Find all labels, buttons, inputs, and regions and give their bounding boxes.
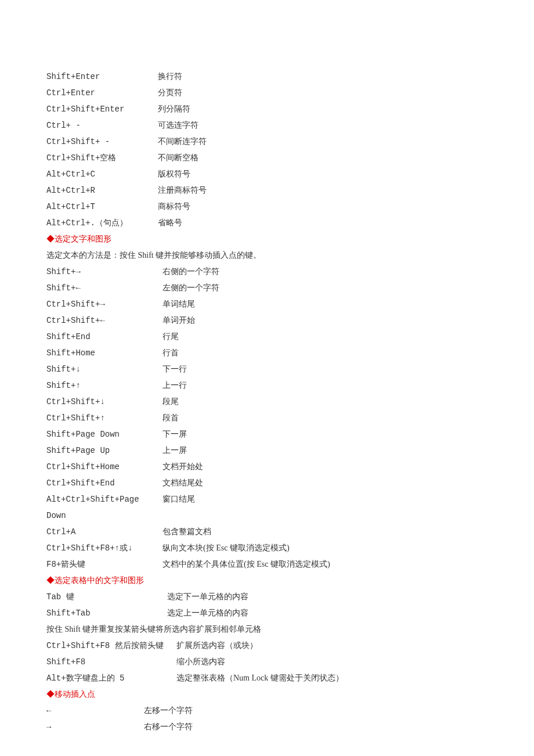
shortcut-key: Shift+Enter: [46, 69, 158, 85]
shortcut-key: Alt+数字键盘上的 5: [46, 670, 176, 686]
shortcut-desc: 左侧的一个字符: [163, 280, 488, 296]
shortcut-key: Ctrl+Shift+↓: [46, 394, 163, 410]
shortcut-desc: 选定上一单元格的内容: [167, 605, 488, 621]
section-heading-move-cursor: ◆移动插入点: [46, 686, 488, 703]
shortcut-desc: 下一行: [163, 361, 488, 377]
document-page: Shift+Enter 换行符 Ctrl+Enter 分页符 Ctrl+Shif…: [0, 0, 534, 756]
shortcut-key: Alt+Ctrl+C: [46, 166, 158, 182]
shortcut-row: Alt+Ctrl+Shift+Page Down窗口结尾: [46, 491, 488, 524]
shortcut-row: Ctrl+Shift+F8+↑或↓纵向文本块(按 Esc 键取消选定模式): [46, 540, 488, 556]
shortcut-desc: 文档中的某个具体位置(按 Esc 键取消选定模式): [163, 556, 488, 573]
shortcut-key: Shift+↓: [46, 361, 163, 377]
shortcut-key: Shift+↑: [46, 377, 163, 394]
shortcut-desc: 包含整篇文档: [163, 524, 488, 540]
shortcut-desc: 分页符: [158, 85, 488, 101]
shortcut-desc: 单词结尾: [163, 296, 488, 312]
shortcut-row: Ctrl+Shift+Enter 列分隔符: [46, 101, 488, 117]
shortcut-key: Ctrl+Shift+→: [46, 296, 163, 312]
shortcut-row: Ctrl+A包含整篇文档: [46, 524, 488, 540]
shortcut-desc: 行首: [163, 345, 488, 361]
shortcut-desc: 单词开始: [163, 312, 488, 329]
shortcut-key: Ctrl+Shift+Home: [46, 459, 163, 475]
table-note: 按住 Shift 键并重复按某箭头键将所选内容扩展到相邻单元格: [46, 621, 488, 638]
shortcut-desc: 窗口结尾: [163, 491, 488, 507]
shortcut-row: Ctrl+Shift+←单词开始: [46, 312, 488, 329]
shortcut-key: F8+箭头键: [46, 556, 163, 573]
shortcut-desc: 上一行: [163, 377, 488, 394]
shortcut-list-3a: Tab 键选定下一单元格的内容 Shift+Tab选定上一单元格的内容: [46, 589, 488, 621]
shortcut-desc: 文档结尾处: [163, 475, 488, 491]
shortcut-key: Alt+Ctrl+R: [46, 182, 158, 199]
shortcut-desc: 扩展所选内容（或块）: [176, 638, 488, 654]
shortcut-key: Shift+Page Up: [46, 442, 163, 459]
shortcut-desc: 选定整张表格（Num Lock 键需处于关闭状态）: [176, 670, 488, 686]
shortcut-row: Shift+↑上一行: [46, 377, 488, 394]
shortcut-key: Ctrl+Shift+←: [46, 312, 163, 329]
selection-note: 选定文本的方法是：按住 Shift 键并按能够移动插入点的键。: [46, 247, 488, 264]
shortcut-row: Shift+Page Down下一屏: [46, 426, 488, 442]
shortcut-key: Ctrl+Shift+F8 然后按箭头键: [46, 638, 176, 654]
shortcut-row: Shift+End行尾: [46, 329, 488, 345]
shortcut-desc: 商标符号: [158, 199, 488, 215]
shortcut-row: Ctrl+Enter 分页符: [46, 85, 488, 101]
shortcut-key: Alt+Ctrl+Shift+Page Down: [46, 491, 163, 524]
shortcut-key: Ctrl+Shift+F8+↑或↓: [46, 540, 163, 556]
shortcut-list-4: ←左移一个字符 →右移一个字符: [46, 703, 488, 735]
shortcut-desc: 列分隔符: [158, 101, 488, 117]
shortcut-row: Ctrl+ - 可选连字符: [46, 117, 488, 134]
section-heading-select-text: ◆选定文字和图形: [46, 231, 488, 247]
shortcut-row: Ctrl+Shift+→单词结尾: [46, 296, 488, 312]
shortcut-desc: 不间断空格: [158, 150, 488, 166]
shortcut-row: Alt+数字键盘上的 5选定整张表格（Num Lock 键需处于关闭状态）: [46, 670, 488, 686]
shortcut-key: ←: [46, 703, 144, 719]
shortcut-row: Ctrl+Shift+ - 不间断连字符: [46, 134, 488, 150]
shortcut-desc: 不间断连字符: [158, 134, 488, 150]
shortcut-key: Tab 键: [46, 589, 167, 605]
shortcut-row: Tab 键选定下一单元格的内容: [46, 589, 488, 605]
shortcut-list-1: Shift+Enter 换行符 Ctrl+Enter 分页符 Ctrl+Shif…: [46, 69, 488, 231]
shortcut-row: Alt+Ctrl+R 注册商标符号: [46, 182, 488, 199]
shortcut-desc: 缩小所选内容: [176, 654, 488, 670]
shortcut-desc: 上一屏: [163, 442, 488, 459]
shortcut-key: Ctrl+Shift+空格: [46, 150, 158, 166]
shortcut-desc: 下一屏: [163, 426, 488, 442]
shortcut-desc: 纵向文本块(按 Esc 键取消选定模式): [163, 540, 488, 556]
shortcut-row: Alt+Ctrl+C 版权符号: [46, 166, 488, 182]
shortcut-row: Shift+↓下一行: [46, 361, 488, 377]
shortcut-desc: 行尾: [163, 329, 488, 345]
shortcut-key: Ctrl+Shift+↑: [46, 410, 163, 426]
shortcut-desc: 换行符: [158, 69, 488, 85]
shortcut-row: ←左移一个字符: [46, 703, 488, 719]
shortcut-row: Alt+Ctrl+T 商标符号: [46, 199, 488, 215]
shortcut-row: Ctrl+Shift+Home文档开始处: [46, 459, 488, 475]
shortcut-desc: 右移一个字符: [144, 719, 488, 735]
shortcut-row: Ctrl+Shift+F8 然后按箭头键扩展所选内容（或块）: [46, 638, 488, 654]
shortcut-row: F8+箭头键文档中的某个具体位置(按 Esc 键取消选定模式): [46, 556, 488, 573]
shortcut-row: Shift+F8缩小所选内容: [46, 654, 488, 670]
shortcut-key: Alt+Ctrl+T: [46, 199, 158, 215]
shortcut-key: Ctrl+Shift+ -: [46, 134, 158, 150]
shortcut-row: Shift+→右侧的一个字符: [46, 264, 488, 280]
shortcut-key: Shift+End: [46, 329, 163, 345]
shortcut-key: Shift+Tab: [46, 605, 167, 621]
shortcut-row: Shift+Page Up上一屏: [46, 442, 488, 459]
shortcut-list-3b: Ctrl+Shift+F8 然后按箭头键扩展所选内容（或块） Shift+F8缩…: [46, 638, 488, 686]
shortcut-key: Shift+F8: [46, 654, 176, 670]
shortcut-row: Shift+Home行首: [46, 345, 488, 361]
shortcut-key: Ctrl+Shift+Enter: [46, 101, 158, 117]
shortcut-key: Shift+Page Down: [46, 426, 163, 442]
shortcut-row: Shift+←左侧的一个字符: [46, 280, 488, 296]
shortcut-list-2: Shift+→右侧的一个字符 Shift+←左侧的一个字符 Ctrl+Shift…: [46, 264, 488, 573]
shortcut-key: Shift+Home: [46, 345, 163, 361]
shortcut-row: Ctrl+Shift+↓段尾: [46, 394, 488, 410]
shortcut-key: Alt+Ctrl+.（句点）: [46, 215, 158, 231]
shortcut-key: Ctrl+A: [46, 524, 163, 540]
shortcut-row: Ctrl+Shift+↑段首: [46, 410, 488, 426]
shortcut-desc: 注册商标符号: [158, 182, 488, 199]
shortcut-desc: 选定下一单元格的内容: [167, 589, 488, 605]
shortcut-row: Alt+Ctrl+.（句点） 省略号: [46, 215, 488, 231]
shortcut-desc: 文档开始处: [163, 459, 488, 475]
shortcut-desc: 段尾: [163, 394, 488, 410]
shortcut-desc: 可选连字符: [158, 117, 488, 134]
shortcut-row: →右移一个字符: [46, 719, 488, 735]
